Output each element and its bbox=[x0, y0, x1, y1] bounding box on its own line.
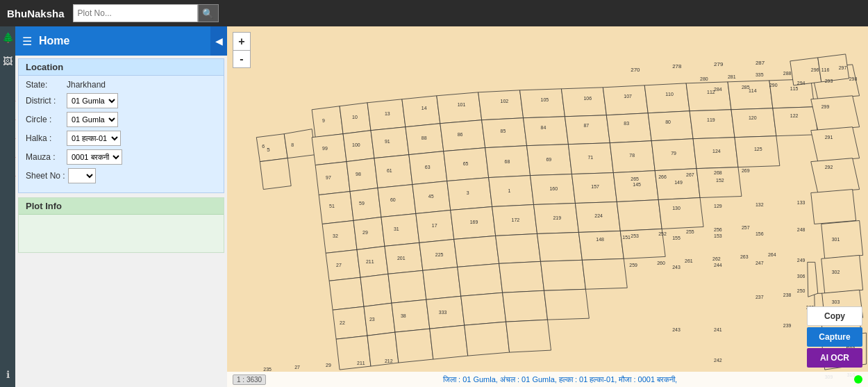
icon-strip: 🌲 🖼 ℹ bbox=[0, 26, 15, 387]
hamburger-icon[interactable]: ☰ bbox=[22, 35, 32, 48]
collapse-icon: ◀ bbox=[215, 35, 223, 47]
svg-text:14: 14 bbox=[422, 106, 427, 110]
svg-text:85: 85 bbox=[501, 129, 506, 133]
svg-marker-42 bbox=[319, 192, 353, 224]
sidebar-home-label: Home bbox=[39, 35, 69, 47]
svg-marker-78 bbox=[541, 260, 586, 290]
capture-button[interactable]: Capture bbox=[807, 327, 862, 347]
svg-marker-11 bbox=[561, 88, 606, 117]
svg-marker-91 bbox=[465, 322, 510, 356]
svg-marker-67 bbox=[454, 236, 499, 267]
svg-marker-25 bbox=[606, 113, 651, 143]
svg-marker-3 bbox=[260, 158, 291, 190]
scale-badge: 1 : 3630 bbox=[233, 374, 266, 385]
svg-text:333: 333 bbox=[439, 310, 447, 315]
circle-row: ➤ Circle : 01 Gumla bbox=[26, 112, 217, 127]
svg-marker-96 bbox=[811, 158, 860, 193]
svg-text:51: 51 bbox=[329, 204, 335, 208]
svg-marker-32 bbox=[374, 155, 412, 188]
svg-marker-31 bbox=[347, 158, 378, 192]
svg-text:287: 287 bbox=[756, 60, 765, 66]
svg-marker-12 bbox=[603, 85, 648, 115]
circle-select[interactable]: 01 Gumla bbox=[67, 112, 118, 127]
svg-marker-53 bbox=[322, 220, 357, 253]
svg-text:257: 257 bbox=[742, 225, 750, 230]
svg-marker-203 bbox=[821, 255, 863, 293]
svg-text:261: 261 bbox=[685, 258, 693, 263]
zoom-out-button[interactable]: - bbox=[233, 50, 251, 68]
svg-text:265: 265 bbox=[631, 176, 639, 181]
sidebar-collapse-button[interactable]: ◀ bbox=[210, 26, 227, 56]
info-icon[interactable]: ℹ bbox=[6, 369, 10, 380]
svg-text:292: 292 bbox=[825, 165, 833, 170]
district-row: ➤ District : 01 Gumla bbox=[26, 93, 217, 108]
svg-marker-28 bbox=[731, 108, 776, 138]
svg-text:298: 298 bbox=[849, 76, 858, 81]
svg-text:5: 5 bbox=[267, 147, 270, 153]
map-svg[interactable]: 5 6 8 9 10 13 14 101 102 105 106 107 110… bbox=[227, 26, 868, 387]
copy-button[interactable]: Copy bbox=[807, 306, 862, 326]
svg-text:151: 151 bbox=[622, 235, 631, 240]
sheet-select[interactable] bbox=[68, 168, 96, 183]
svg-marker-23 bbox=[524, 117, 569, 146]
svg-text:157: 157 bbox=[591, 184, 599, 189]
gps-indicator bbox=[854, 375, 862, 384]
svg-marker-13 bbox=[644, 83, 690, 113]
svg-text:125: 125 bbox=[754, 147, 762, 151]
svg-text:27: 27 bbox=[336, 263, 342, 267]
svg-marker-61 bbox=[617, 200, 662, 231]
svg-text:83: 83 bbox=[624, 121, 629, 126]
svg-text:80: 80 bbox=[665, 120, 671, 124]
svg-text:252: 252 bbox=[658, 231, 667, 236]
svg-marker-17 bbox=[312, 134, 347, 165]
svg-marker-43 bbox=[350, 188, 381, 221]
svg-text:293: 293 bbox=[825, 79, 833, 83]
svg-text:238: 238 bbox=[783, 293, 792, 297]
svg-marker-202 bbox=[821, 220, 863, 258]
tree-icon[interactable]: 🌲 bbox=[2, 32, 14, 43]
svg-text:114: 114 bbox=[749, 88, 757, 93]
svg-text:290: 290 bbox=[769, 83, 778, 88]
main-area: 🌲 🖼 ℹ ☰ Home ◀ Location State: Jharkhand… bbox=[0, 26, 868, 387]
svg-marker-55 bbox=[381, 213, 419, 246]
svg-text:153: 153 bbox=[714, 233, 722, 238]
map-area[interactable]: + - bbox=[227, 26, 868, 387]
svg-text:148: 148 bbox=[596, 237, 604, 242]
district-select[interactable]: 01 Gumla bbox=[67, 93, 118, 108]
svg-text:269: 269 bbox=[742, 168, 750, 173]
svg-text:29: 29 bbox=[326, 363, 331, 368]
plot-info-panel: Plot Info bbox=[18, 197, 224, 253]
svg-text:31: 31 bbox=[394, 227, 399, 231]
svg-text:201: 201 bbox=[397, 256, 406, 261]
search-icon: 🔍 bbox=[202, 8, 214, 19]
search-button[interactable]: 🔍 bbox=[198, 4, 219, 22]
ai-ocr-button[interactable]: AI OCR bbox=[807, 348, 862, 368]
svg-marker-77 bbox=[499, 261, 544, 293]
svg-text:235: 235 bbox=[263, 367, 272, 372]
plot-info-content bbox=[19, 215, 224, 252]
svg-text:116: 116 bbox=[821, 67, 830, 72]
svg-text:60: 60 bbox=[390, 197, 396, 202]
svg-marker-2 bbox=[284, 129, 315, 158]
svg-marker-9 bbox=[478, 90, 524, 120]
svg-marker-4 bbox=[312, 106, 343, 138]
svg-text:244: 244 bbox=[714, 263, 722, 267]
svg-text:296: 296 bbox=[811, 67, 819, 72]
svg-marker-74 bbox=[388, 270, 426, 303]
district-label: District : bbox=[26, 96, 64, 106]
zoom-in-button[interactable]: + bbox=[233, 32, 251, 50]
svg-text:239: 239 bbox=[783, 323, 792, 328]
svg-text:225: 225 bbox=[435, 252, 444, 257]
svg-text:71: 71 bbox=[587, 155, 593, 160]
svg-text:172: 172 bbox=[512, 217, 520, 222]
svg-text:259: 259 bbox=[629, 263, 637, 267]
svg-text:110: 110 bbox=[665, 92, 674, 97]
svg-text:302: 302 bbox=[832, 270, 840, 274]
search-input[interactable] bbox=[73, 4, 198, 22]
state-label: State: bbox=[26, 80, 64, 90]
svg-marker-92 bbox=[506, 320, 551, 352]
svg-marker-30 bbox=[315, 162, 350, 195]
halka-select[interactable]: 01 हल्का-01 bbox=[67, 131, 121, 146]
image-icon[interactable]: 🖼 bbox=[3, 56, 12, 67]
mauza-select[interactable]: 0001 बरकनी bbox=[67, 149, 122, 165]
